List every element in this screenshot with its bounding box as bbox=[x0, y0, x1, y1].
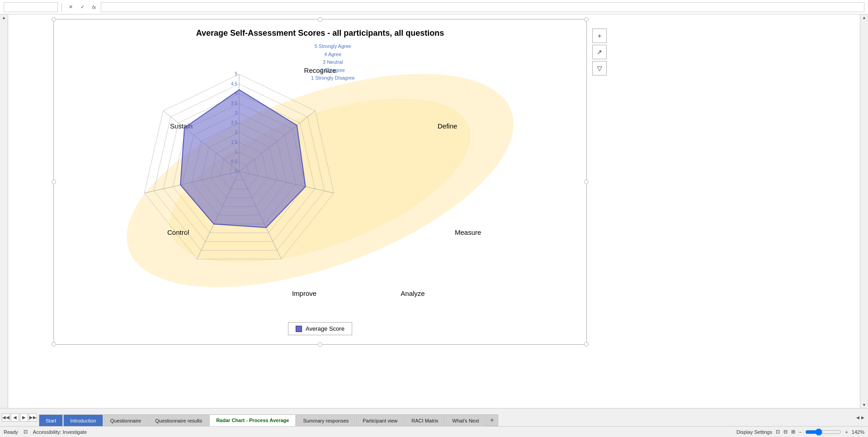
tab-bar-right: ◀ ▶ bbox=[853, 408, 868, 426]
tab-summary-responses[interactable]: Summary responses bbox=[296, 414, 355, 426]
chart-style-button[interactable]: ↗ bbox=[592, 45, 607, 59]
status-ready: Ready bbox=[4, 429, 18, 435]
chart-inner: Average Self-Assessment Scores - all par… bbox=[54, 19, 586, 344]
chart-filter-button[interactable]: ▽ bbox=[592, 61, 607, 76]
tab-questionnaire-results[interactable]: Questionnaire results bbox=[148, 414, 209, 426]
nav-first[interactable]: ◀◀ bbox=[2, 413, 10, 422]
function-button[interactable]: fx bbox=[89, 2, 99, 12]
legend-label: Average Score bbox=[306, 325, 344, 332]
tab-raci-matrix[interactable]: RACI Matrix bbox=[405, 414, 445, 426]
add-sheet-button[interactable]: + bbox=[486, 414, 498, 426]
chart-container[interactable]: + ↗ ▽ Average Self-Assessment Scores - a… bbox=[53, 19, 587, 345]
nav-last[interactable]: ▶▶ bbox=[29, 413, 37, 422]
sheet-area: + ↗ ▽ Average Self-Assessment Scores - a… bbox=[8, 14, 860, 408]
chart-legend: Average Score bbox=[288, 322, 352, 335]
status-bar: Ready ⊡ Accessibility: Investigate Displ… bbox=[0, 426, 868, 437]
bottom-tab-bar: ◀◀ ◀ ▶ ▶▶ Start Introduction Questionnai… bbox=[0, 408, 868, 426]
tab-start[interactable]: Start bbox=[39, 414, 63, 426]
zoom-percentage: 142% bbox=[852, 429, 864, 435]
view-page-break[interactable]: ⊞ bbox=[791, 429, 795, 435]
formula-toolbar: ✕ ✓ fx bbox=[0, 0, 868, 14]
tab-whats-next[interactable]: What's Next bbox=[446, 414, 486, 426]
cell-mode-icon: ⊡ bbox=[24, 429, 28, 435]
chart-title: Average Self-Assessment Scores - all par… bbox=[196, 28, 444, 38]
toolbar-separator-1 bbox=[61, 3, 62, 12]
chart-body: 5 Strongly Agree 4 Agree 3 Neutral 2 Dis… bbox=[63, 43, 577, 318]
cell-reference-box[interactable] bbox=[4, 2, 58, 12]
tab-radar-chart[interactable]: Radar Chart - Process Average bbox=[209, 414, 296, 426]
legend-color-swatch bbox=[296, 326, 302, 332]
radar-canvas bbox=[63, 43, 415, 296]
sheet-navigation: ◀◀ ◀ ▶ ▶▶ bbox=[0, 408, 39, 426]
vertical-scrollbar-right[interactable]: ▲ ▼ bbox=[860, 14, 868, 408]
chart-sidebar-buttons: + ↗ ▽ bbox=[592, 28, 607, 76]
nav-next[interactable]: ▶ bbox=[20, 413, 28, 422]
zoom-in-btn[interactable]: + bbox=[845, 429, 848, 435]
formula-input[interactable] bbox=[101, 2, 864, 12]
sheet-tabs-container: Start Introduction Questionnaire Questio… bbox=[39, 408, 853, 426]
vertical-scrollbar-left[interactable]: ▲ bbox=[0, 14, 8, 408]
horizontal-scroll-left[interactable]: ◀ bbox=[856, 415, 859, 420]
cancel-button[interactable]: ✕ bbox=[66, 2, 75, 12]
tab-questionnaire[interactable]: Questionnaire bbox=[104, 414, 148, 426]
zoom-out-btn[interactable]: − bbox=[799, 429, 802, 435]
status-bar-right: Display Settings ⊡ ⊟ ⊞ − + 142% bbox=[736, 428, 864, 436]
axis-label-define: Define bbox=[438, 122, 457, 130]
view-normal[interactable]: ⊡ bbox=[776, 429, 780, 435]
status-cell-mode: ⊡ bbox=[24, 429, 28, 435]
nav-prev[interactable]: ◀ bbox=[11, 413, 19, 422]
zoom-slider[interactable] bbox=[805, 428, 841, 436]
main-content: ▲ + ↗ ▽ Average Self-Assessment Scores -… bbox=[0, 14, 868, 408]
display-settings[interactable]: Display Settings bbox=[736, 429, 772, 435]
view-layout[interactable]: ⊟ bbox=[783, 429, 788, 435]
accessibility-label[interactable]: Accessibility: Investigate bbox=[33, 429, 87, 435]
axis-label-measure: Measure bbox=[455, 228, 481, 236]
chart-add-element-button[interactable]: + bbox=[592, 28, 607, 43]
confirm-button[interactable]: ✓ bbox=[77, 2, 87, 12]
tab-introduction[interactable]: Introduction bbox=[63, 414, 103, 426]
tab-participant-view[interactable]: Participant view bbox=[356, 414, 404, 426]
horizontal-scroll-right[interactable]: ▶ bbox=[861, 415, 864, 420]
